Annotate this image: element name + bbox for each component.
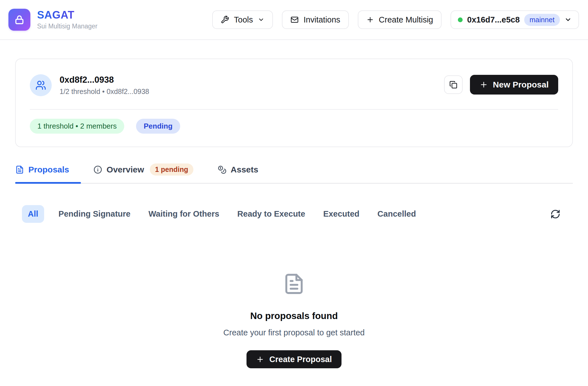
refresh-button[interactable] [550, 209, 560, 219]
chevron-down-icon [258, 16, 264, 23]
card-divider [30, 109, 558, 110]
filter-executed[interactable]: Executed [320, 209, 363, 219]
multisig-card-top: 0xd8f2...0938 1/2 threshold • 0xd8f2...0… [30, 74, 558, 96]
multisig-title: 0xd8f2...0938 [60, 75, 149, 85]
app-title: SAGAT [37, 9, 98, 21]
empty-state: No proposals found Create your first pro… [15, 272, 573, 368]
info-icon [93, 165, 102, 174]
multisig-actions: New Proposal [444, 75, 558, 95]
filter-ready-to-execute[interactable]: Ready to Execute [234, 209, 309, 219]
tab-proposals[interactable]: Proposals [15, 163, 81, 183]
tools-button[interactable]: Tools [212, 10, 273, 29]
new-proposal-label: New Proposal [493, 80, 549, 89]
proposal-filters: All Pending Signature Waiting for Others… [22, 205, 573, 223]
multisig-titles: 0xd8f2...0938 1/2 threshold • 0xd8f2...0… [60, 75, 149, 96]
copy-icon [449, 80, 458, 89]
tab-proposals-label: Proposals [28, 165, 69, 174]
coins-icon [218, 165, 227, 174]
wrench-icon [221, 15, 229, 24]
plus-icon [256, 355, 264, 363]
connection-status-dot [458, 17, 463, 22]
create-multisig-button[interactable]: Create Multisig [358, 10, 442, 29]
create-multisig-label: Create Multisig [379, 15, 433, 24]
create-proposal-button[interactable]: Create Proposal [246, 350, 341, 368]
empty-state-title: No proposals found [250, 311, 338, 321]
invitations-button[interactable]: Invitations [282, 10, 349, 29]
status-badge: Pending [136, 119, 180, 134]
mail-icon [290, 15, 299, 24]
filter-waiting-for-others[interactable]: Waiting for Others [145, 209, 223, 219]
main-content: 0xd8f2...0938 1/2 threshold • 0xd8f2...0… [0, 59, 588, 368]
file-text-icon [15, 165, 24, 174]
tools-label: Tools [234, 15, 253, 24]
header-actions: Tools Invitations Create M [212, 10, 579, 29]
app-logo [8, 9, 30, 31]
filter-cancelled[interactable]: Cancelled [374, 209, 420, 219]
file-text-icon [282, 272, 306, 295]
refresh-icon [550, 209, 560, 219]
wallet-address: 0x16d7...e5c8 [467, 15, 520, 24]
multisig-card: 0xd8f2...0938 1/2 threshold • 0xd8f2...0… [15, 59, 573, 147]
pending-count-badge: 1 pending [150, 163, 193, 176]
wallet-selector[interactable]: 0x16d7...e5c8 mainnet [451, 10, 579, 29]
plus-icon [480, 80, 488, 89]
tab-overview[interactable]: Overview 1 pending [93, 163, 205, 183]
members-badge: 1 threshold • 2 members [30, 119, 124, 134]
multisig-avatar [30, 74, 52, 96]
filter-pending-signature[interactable]: Pending Signature [55, 209, 134, 219]
chevron-down-icon [564, 16, 572, 23]
multisig-identity: 0xd8f2...0938 1/2 threshold • 0xd8f2...0… [30, 74, 149, 96]
tab-assets-label: Assets [231, 165, 258, 174]
tab-overview-label: Overview [107, 165, 144, 174]
app-header: SAGAT Sui Multisig Manager Tools [0, 0, 588, 40]
new-proposal-button[interactable]: New Proposal [470, 75, 558, 95]
filter-all[interactable]: All [22, 205, 44, 223]
copy-address-button[interactable] [444, 75, 463, 94]
multisig-badges: 1 threshold • 2 members Pending [30, 119, 558, 134]
create-proposal-label: Create Proposal [269, 355, 332, 364]
multisig-subtitle: 1/2 threshold • 0xd8f2...0938 [60, 87, 149, 96]
lock-icon [14, 14, 25, 25]
app-subtitle: Sui Multisig Manager [37, 23, 98, 30]
tab-bar: Proposals Overview 1 pending A [15, 163, 573, 184]
network-badge: mainnet [524, 14, 560, 26]
invitations-label: Invitations [304, 15, 340, 24]
users-icon [35, 80, 46, 91]
tab-assets[interactable]: Assets [218, 163, 270, 183]
plus-icon [366, 16, 374, 24]
empty-state-subtitle: Create your first proposal to get starte… [223, 328, 365, 337]
brand: SAGAT Sui Multisig Manager [8, 9, 98, 31]
brand-text: SAGAT Sui Multisig Manager [37, 9, 98, 30]
